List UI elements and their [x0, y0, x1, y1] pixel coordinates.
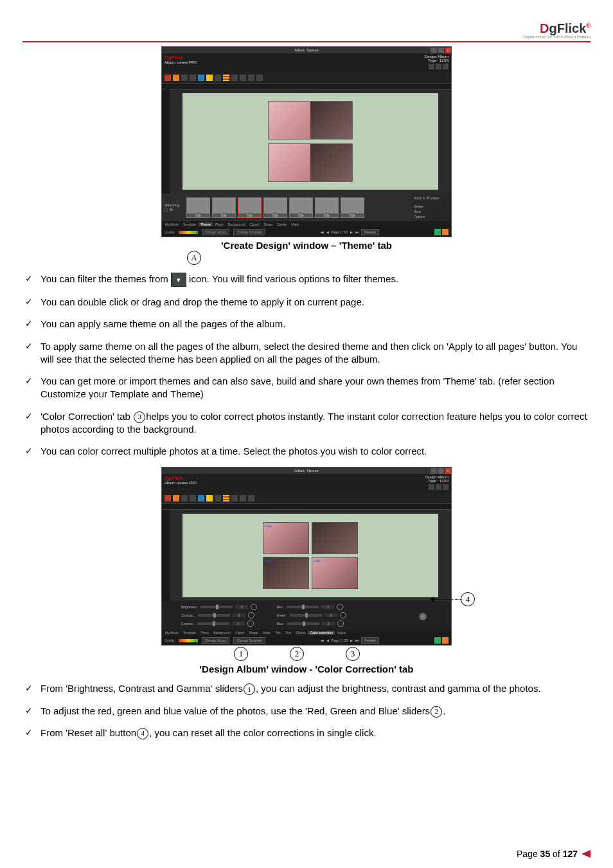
pager-prev-icon[interactable]: ◀ [326, 230, 329, 234]
change-template-button[interactable]: Change Template [233, 229, 265, 235]
red-slider[interactable] [287, 606, 319, 608]
tab[interactable]: Border [275, 222, 289, 226]
toolbar-icon[interactable] [231, 75, 238, 81]
reset-icon[interactable] [251, 604, 257, 610]
tab[interactable]: Shape [247, 631, 260, 635]
toolbar-icon[interactable] [206, 495, 213, 502]
cart-icon[interactable] [434, 229, 441, 235]
tab[interactable]: MyAlbum [163, 631, 181, 635]
minimize-icon[interactable]: – [431, 468, 437, 474]
theme-thumb[interactable]: Title [186, 197, 210, 218]
redo-icon[interactable] [248, 495, 254, 502]
tab[interactable]: Background [211, 631, 233, 635]
canvas-photo[interactable] [268, 143, 353, 182]
tab[interactable]: Background [226, 222, 247, 226]
help-icon[interactable] [443, 484, 449, 490]
pager-last-icon[interactable]: ⏭ [355, 638, 359, 642]
maximize-icon[interactable]: ▢ [438, 468, 444, 474]
toolbar-icon[interactable] [181, 495, 188, 502]
theme-thumb[interactable]: Title [315, 197, 339, 218]
tab[interactable]: Adjust [335, 631, 348, 635]
close-icon[interactable]: ✕ [445, 48, 451, 53]
toolbar-icon[interactable] [190, 495, 196, 502]
canvas-photo[interactable] [268, 101, 353, 140]
next-arrow-icon[interactable] [442, 229, 449, 235]
design-canvas[interactable] [182, 93, 438, 190]
toolbar-icon[interactable] [215, 75, 221, 81]
tab[interactable]: Clipart [233, 631, 246, 635]
tab[interactable]: Clipart [247, 222, 260, 226]
toolbar-icon[interactable] [173, 495, 179, 502]
cart-icon[interactable] [434, 637, 441, 644]
toolbar-icon[interactable] [173, 75, 179, 81]
gamma-slider[interactable] [197, 622, 229, 625]
tool-icon[interactable] [436, 64, 441, 69]
toolbar-icon[interactable] [198, 495, 204, 502]
green-slider[interactable] [290, 614, 322, 617]
next-arrow-icon[interactable] [442, 637, 449, 644]
tab-color-correction[interactable]: Color correction [308, 631, 334, 635]
brightness-slider[interactable] [200, 606, 233, 608]
theme-thumb[interactable]: Title [212, 197, 236, 218]
toolbar-icon[interactable] [164, 75, 171, 81]
toolbar-icon[interactable] [215, 495, 221, 502]
pager-last-icon[interactable]: ⏭ [355, 230, 359, 234]
minimize-icon[interactable]: – [431, 48, 437, 53]
blue-slider[interactable] [287, 622, 319, 625]
toolbar-icon[interactable] [240, 75, 246, 81]
reset-icon[interactable] [247, 620, 254, 627]
pager-next-icon[interactable]: ▶ [350, 638, 353, 642]
theme-thumb[interactable]: Title [238, 197, 262, 218]
reset-icon[interactable] [337, 604, 343, 610]
undo-icon[interactable] [240, 495, 246, 502]
toolbar-icon[interactable] [206, 75, 213, 81]
thumb-tools[interactable]: ▢ ⚙ [164, 207, 181, 212]
toolbar-icon[interactable] [181, 75, 188, 81]
tab[interactable]: Title [273, 631, 283, 635]
tab-theme[interactable]: Theme [199, 222, 213, 226]
toolbar-icon[interactable] [198, 75, 204, 81]
tab[interactable]: Template [181, 631, 198, 635]
tab[interactable]: Photo [199, 631, 211, 635]
undo-icon[interactable] [248, 75, 254, 81]
design-canvas[interactable]: Luke Mary Luke [182, 514, 438, 597]
help-icon[interactable] [443, 64, 449, 69]
reset-icon[interactable] [248, 612, 254, 619]
side-item[interactable]: Options [414, 214, 449, 219]
canvas-photo[interactable]: Luke [312, 557, 358, 589]
preview-button[interactable]: Preview [361, 637, 379, 644]
tab[interactable]: Mask [261, 631, 272, 635]
reset-icon[interactable] [337, 620, 344, 627]
tool-icon[interactable] [436, 484, 441, 490]
redo-icon[interactable] [256, 75, 263, 81]
canvas-photo[interactable]: Mary [263, 557, 309, 589]
home-icon[interactable] [429, 484, 434, 490]
tab[interactable]: Mask [289, 222, 301, 226]
canvas-photo[interactable]: Luke [263, 522, 309, 554]
tab[interactable]: Effects [294, 631, 307, 635]
home-icon[interactable] [429, 64, 434, 69]
tab[interactable]: Template [181, 222, 198, 226]
apply-all-pages-button[interactable]: Apply to all pages [414, 195, 449, 201]
change-layout-button[interactable]: Change Layout [202, 229, 230, 235]
theme-thumb[interactable]: Title [263, 197, 287, 218]
toolbar-icon[interactable] [231, 495, 238, 502]
pager-first-icon[interactable]: ⏮ [321, 638, 324, 642]
tab[interactable]: MyAlbum [163, 222, 181, 226]
reset-icon[interactable] [340, 612, 346, 619]
close-icon[interactable]: ✕ [445, 468, 451, 474]
theme-thumb[interactable]: Title [341, 197, 364, 218]
change-layout-button[interactable]: Change Layout [202, 637, 230, 644]
tab[interactable]: Photo [213, 222, 226, 226]
contrast-slider[interactable] [198, 614, 230, 617]
canvas-photo[interactable] [312, 522, 358, 554]
tab[interactable]: Text [283, 631, 293, 635]
pager-prev-icon[interactable]: ◀ [326, 638, 329, 642]
toolbar-icon[interactable] [223, 495, 229, 502]
toolbar-icon[interactable] [223, 75, 229, 81]
side-item[interactable]: Delete [414, 204, 449, 209]
theme-thumb[interactable]: Title [289, 197, 313, 218]
pager-first-icon[interactable]: ⏮ [321, 230, 324, 234]
pager-next-icon[interactable]: ▶ [350, 230, 353, 234]
toolbar-icon[interactable] [190, 75, 196, 81]
